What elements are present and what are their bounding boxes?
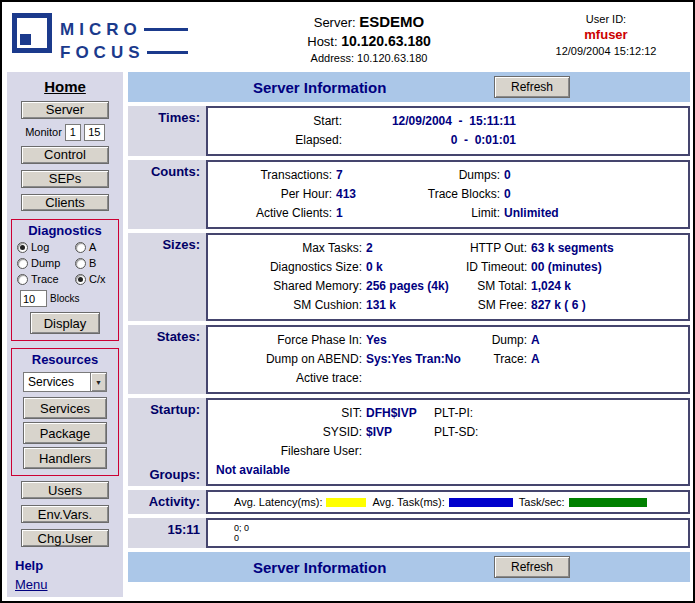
home-link[interactable]: Home — [44, 78, 86, 95]
activity-values-box: 0; 0 0 — [206, 518, 690, 548]
startup-label: Startup: — [128, 402, 200, 417]
package-button[interactable]: Package — [23, 422, 107, 444]
fileshare-user-value — [366, 442, 430, 461]
resources-dropdown[interactable]: Services ▼ — [23, 372, 107, 392]
counts-row: Counts: Transactions: 7 Dumps: 0 Per Hou… — [128, 160, 690, 229]
refresh-button-top[interactable]: Refresh — [494, 76, 570, 98]
elapsed-value: 0 - 0:01:01 — [346, 131, 516, 150]
sit-value: DFH$IVP — [366, 404, 430, 423]
groups-label: Groups: — [128, 467, 200, 482]
micro-focus-logo-text: MICRO FOCUS — [60, 10, 188, 72]
refresh-button-bottom[interactable]: Refresh — [494, 556, 570, 578]
trace-state-value: A — [531, 350, 684, 369]
display-button[interactable]: Display — [30, 312, 100, 334]
radio-option-trace[interactable]: Trace — [17, 273, 75, 285]
sm-total-value: 1,024 k — [531, 277, 684, 296]
server-info-title: Server Information — [253, 79, 386, 96]
radio-icon-trace[interactable] — [17, 274, 28, 285]
max-tasks-label: Max Tasks: — [212, 239, 362, 258]
host-value: 10.120.63.180 — [341, 33, 431, 49]
active-trace-label: Active trace: — [212, 369, 362, 388]
radio-option-a[interactable]: A — [75, 241, 113, 253]
server-button[interactable]: Server — [21, 101, 109, 119]
sm-total-label: SM Total: — [466, 277, 527, 296]
help-block: Help Menu — [7, 550, 48, 595]
radio-icon-dump[interactable] — [17, 258, 28, 269]
handlers-button[interactable]: Handlers — [23, 447, 107, 469]
address-label: Address: — [311, 52, 354, 64]
seps-button[interactable]: SEPs — [21, 170, 109, 188]
plt-sd-label: PLT-SD: — [434, 423, 538, 442]
monitor-input-2[interactable] — [84, 124, 105, 141]
sm-cushion-value: 131 k — [366, 296, 462, 315]
active-clients-label: Active Clients: — [212, 204, 332, 223]
user-block: User ID: mfuser 12/09/2004 15:12:12 — [531, 10, 681, 72]
active-clients-value: 1 — [336, 204, 392, 223]
dump-state-label: Dump: — [466, 331, 527, 350]
limit-label: Limit: — [396, 204, 500, 223]
radio-option-cx[interactable]: C/x — [75, 273, 113, 285]
plt-pi-value — [542, 404, 684, 423]
force-phase-in-value: Yes — [366, 331, 462, 350]
avg-latency-label: Avg. Latency(ms): — [234, 496, 322, 508]
radio-icon-b[interactable] — [75, 258, 86, 269]
diagnostics-radio-grid: Log A Dump B — [17, 241, 113, 285]
server-identity-block: Server: ESDEMO Host: 10.120.63.180 Addre… — [207, 10, 531, 72]
id-timeout-value: 00 (minutes) — [531, 258, 684, 277]
radio-icon-a[interactable] — [75, 242, 86, 253]
sizes-label: Sizes: — [128, 233, 206, 321]
address-value: 10.120.63.180 — [357, 52, 427, 64]
radio-icon-log[interactable] — [17, 242, 28, 253]
diagnostics-size-value: 0 k — [366, 258, 462, 277]
max-tasks-value: 2 — [366, 239, 462, 258]
id-timeout-label: ID Timeout: — [466, 258, 527, 277]
server-name: ESDEMO — [359, 13, 424, 30]
server-info-footer-title: Server Information — [253, 559, 386, 576]
radio-option-log[interactable]: Log — [17, 241, 75, 253]
header-timestamp: 12/09/2004 15:12:12 — [531, 45, 681, 57]
activity-time-label: 15:11 — [128, 518, 206, 548]
user-id-value: mfuser — [531, 27, 681, 42]
services-button[interactable]: Services — [23, 397, 107, 419]
fileshare-user-label: Fileshare User: — [212, 442, 362, 461]
server-info-footer-bar: Server Information Refresh — [128, 552, 690, 582]
sysid-value: $IVP — [366, 423, 430, 442]
radio-option-b[interactable]: B — [75, 257, 113, 269]
activity-values-row: 15:11 0; 0 0 — [128, 518, 690, 548]
menu-link[interactable]: Menu — [15, 577, 48, 592]
radio-label-cx: C/x — [89, 273, 106, 285]
blocks-input[interactable] — [20, 290, 47, 307]
http-out-value: 63 k segments — [531, 239, 684, 258]
monitor-label: Monitor — [25, 126, 62, 138]
dump-state-value: A — [531, 331, 684, 350]
control-button[interactable]: Control — [21, 146, 109, 164]
envvars-button[interactable]: Env.Vars. — [21, 505, 109, 523]
latency-legend-swatch — [326, 498, 366, 507]
resources-dropdown-value: Services — [24, 375, 90, 389]
times-row: Times: Start: 12/09/2004 - 15:11:11 Elap… — [128, 106, 690, 156]
monitor-input-1[interactable] — [65, 124, 81, 141]
page-header: MICRO FOCUS Server: ESDEMO Host: 10.120.… — [2, 2, 693, 72]
clients-button[interactable]: Clients — [21, 194, 109, 212]
radio-icon-cx[interactable] — [75, 274, 86, 285]
elapsed-label: Elapsed: — [212, 131, 342, 150]
chevron-down-icon[interactable]: ▼ — [90, 373, 106, 391]
states-label: States: — [128, 325, 206, 394]
help-label: Help — [15, 558, 48, 573]
groups-value: Not available — [212, 461, 684, 480]
sm-cushion-label: SM Cushion: — [212, 296, 362, 315]
main-panel: Server Information Refresh Times: Start:… — [128, 72, 690, 597]
radio-label-a: A — [89, 241, 96, 253]
startup-row: Startup: Groups: SIT: DFH$IVP PLT-PI: SY… — [128, 398, 690, 486]
http-out-label: HTTP Out: — [466, 239, 527, 258]
radio-option-dump[interactable]: Dump — [17, 257, 75, 269]
counts-box: Transactions: 7 Dumps: 0 Per Hour: 413 T… — [206, 160, 690, 229]
resources-group: Resources Services ▼ Services Package Ha… — [11, 348, 119, 476]
radio-label-dump: Dump — [31, 257, 60, 269]
chguser-button[interactable]: Chg.User — [21, 529, 109, 547]
plt-sd-value — [542, 423, 684, 442]
trace-blocks-label: Trace Blocks: — [396, 185, 500, 204]
users-button[interactable]: Users — [21, 481, 109, 499]
limit-value: Unlimited — [504, 204, 684, 223]
micro-focus-logo-icon — [12, 13, 52, 53]
